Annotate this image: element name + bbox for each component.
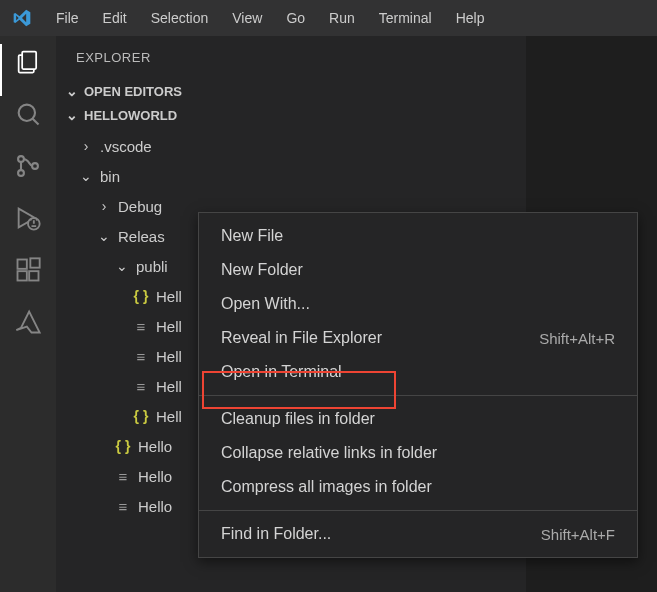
ctx-label: Open in Terminal [221, 363, 342, 381]
json-icon: { } [114, 438, 132, 454]
ctx-compress[interactable]: Compress all images in folder [199, 470, 637, 504]
project-label: HELLOWORLD [84, 108, 177, 123]
file-label: Hello [138, 468, 172, 485]
ctx-find[interactable]: Find in Folder... Shift+Alt+F [199, 517, 637, 551]
menu-terminal[interactable]: Terminal [369, 6, 442, 30]
menu-go[interactable]: Go [276, 6, 315, 30]
menu-view[interactable]: View [222, 6, 272, 30]
file-icon: ≡ [114, 468, 132, 485]
ctx-label: Reveal in File Explorer [221, 329, 382, 347]
titlebar: File Edit Selection View Go Run Terminal… [0, 0, 657, 36]
svg-rect-10 [30, 258, 39, 267]
chevron-right-icon: › [96, 198, 112, 214]
file-label: Hell [156, 378, 182, 395]
svg-rect-0 [22, 52, 36, 70]
search-icon[interactable] [14, 100, 42, 128]
chevron-down-icon: ⌄ [64, 107, 80, 123]
chevron-down-icon: ⌄ [64, 83, 80, 99]
ctx-open-terminal[interactable]: Open in Terminal [199, 355, 637, 389]
active-indicator [0, 44, 2, 96]
vscode-logo-icon [12, 8, 32, 28]
svg-point-5 [32, 163, 38, 169]
ctx-label: Collapse relative links in folder [221, 444, 437, 462]
file-label: Hell [156, 288, 182, 305]
explorer-icon[interactable] [14, 48, 42, 76]
chevron-down-icon: ⌄ [96, 228, 112, 244]
file-icon: ≡ [132, 348, 150, 365]
chevron-right-icon: › [78, 138, 94, 154]
chevron-down-icon: ⌄ [78, 168, 94, 184]
source-control-icon[interactable] [14, 152, 42, 180]
ctx-open-with[interactable]: Open With... [199, 287, 637, 321]
ctx-label: Cleanup files in folder [221, 410, 375, 428]
svg-point-3 [18, 156, 24, 162]
file-label: Hello [138, 498, 172, 515]
ctx-cleanup[interactable]: Cleanup files in folder [199, 402, 637, 436]
folder-label: publi [136, 258, 168, 275]
file-label: Hello [138, 438, 172, 455]
file-label: Hell [156, 408, 182, 425]
folder-label: Debug [118, 198, 162, 215]
file-label: Hell [156, 348, 182, 365]
svg-rect-8 [18, 271, 27, 280]
sidebar-title: EXPLORER [56, 36, 526, 79]
ctx-new-file[interactable]: New File [199, 219, 637, 253]
menu-bar: File Edit Selection View Go Run Terminal… [46, 6, 494, 30]
separator [199, 395, 637, 396]
json-icon: { } [132, 288, 150, 304]
chevron-down-icon: ⌄ [114, 258, 130, 274]
folder-bin[interactable]: ⌄ bin [56, 161, 526, 191]
ctx-new-folder[interactable]: New Folder [199, 253, 637, 287]
svg-point-1 [19, 105, 35, 121]
folder-label: Releas [118, 228, 165, 245]
menu-selection[interactable]: Selection [141, 6, 219, 30]
run-debug-icon[interactable] [14, 204, 42, 232]
separator [199, 510, 637, 511]
ctx-collapse[interactable]: Collapse relative links in folder [199, 436, 637, 470]
file-label: Hell [156, 318, 182, 335]
folder-label: bin [100, 168, 120, 185]
ctx-label: Open With... [221, 295, 310, 313]
file-icon: ≡ [132, 378, 150, 395]
svg-rect-7 [18, 260, 27, 269]
menu-edit[interactable]: Edit [93, 6, 137, 30]
svg-line-2 [33, 119, 39, 125]
project-section[interactable]: ⌄ HELLOWORLD [56, 103, 526, 127]
extensions-icon[interactable] [14, 256, 42, 284]
context-menu: New File New Folder Open With... Reveal … [198, 212, 638, 558]
ctx-shortcut: Shift+Alt+F [541, 526, 615, 543]
azure-icon[interactable] [14, 308, 42, 336]
folder-label: .vscode [100, 138, 152, 155]
ctx-label: Compress all images in folder [221, 478, 432, 496]
ctx-reveal[interactable]: Reveal in File Explorer Shift+Alt+R [199, 321, 637, 355]
ctx-label: New Folder [221, 261, 303, 279]
open-editors-label: OPEN EDITORS [84, 84, 182, 99]
ctx-shortcut: Shift+Alt+R [539, 330, 615, 347]
svg-point-4 [18, 170, 24, 176]
menu-help[interactable]: Help [446, 6, 495, 30]
menu-file[interactable]: File [46, 6, 89, 30]
ctx-label: Find in Folder... [221, 525, 331, 543]
menu-run[interactable]: Run [319, 6, 365, 30]
json-icon: { } [132, 408, 150, 424]
ctx-label: New File [221, 227, 283, 245]
folder-vscode[interactable]: › .vscode [56, 131, 526, 161]
activity-bar [0, 36, 56, 592]
open-editors-section[interactable]: ⌄ OPEN EDITORS [56, 79, 526, 103]
file-icon: ≡ [132, 318, 150, 335]
file-icon: ≡ [114, 498, 132, 515]
svg-rect-9 [29, 271, 38, 280]
